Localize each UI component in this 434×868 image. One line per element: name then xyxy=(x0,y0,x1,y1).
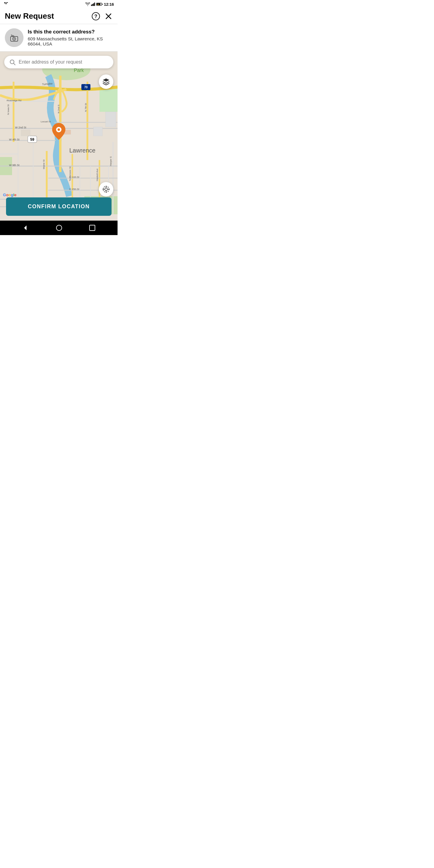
svg-rect-6 xyxy=(94,2,95,6)
map-layer-button[interactable] xyxy=(99,74,113,89)
svg-rect-2 xyxy=(7,2,8,3)
notification-icon xyxy=(4,2,8,7)
svg-text:Riverridge Rd: Riverridge Rd xyxy=(7,99,22,102)
my-location-button[interactable] xyxy=(99,182,113,196)
svg-text:?: ? xyxy=(94,14,97,19)
home-icon xyxy=(56,224,63,231)
svg-text:W 2nd St: W 2nd St xyxy=(15,126,27,129)
svg-text:W 9th St: W 9th St xyxy=(9,164,20,167)
svg-rect-65 xyxy=(90,225,95,230)
my-location-icon xyxy=(102,185,110,193)
status-icons: ⚡ xyxy=(85,2,103,6)
google-e: e xyxy=(14,193,17,197)
page-title: New Request xyxy=(5,11,54,21)
svg-rect-24 xyxy=(99,88,118,112)
google-g: G xyxy=(3,193,6,197)
svg-text:⚡: ⚡ xyxy=(97,3,99,6)
svg-rect-4 xyxy=(92,4,93,6)
svg-text:Park: Park xyxy=(74,68,84,73)
bottom-nav xyxy=(0,221,118,235)
google-logo: G o o g l e xyxy=(3,193,17,197)
address-search-input[interactable] xyxy=(19,59,108,65)
status-time: 12:16 xyxy=(104,2,114,7)
search-icon xyxy=(9,59,16,65)
recent-icon xyxy=(89,224,96,231)
header: New Request ? xyxy=(0,8,118,24)
back-icon xyxy=(22,224,29,231)
svg-text:W 4th St: W 4th St xyxy=(9,138,20,141)
svg-text:E 15th St: E 15th St xyxy=(69,188,80,190)
svg-text:70: 70 xyxy=(84,86,88,89)
svg-rect-5 xyxy=(93,3,94,6)
svg-text:Locust St: Locust St xyxy=(41,120,51,123)
svg-rect-3 xyxy=(91,4,92,6)
svg-text:Lawrence: Lawrence xyxy=(69,147,96,154)
wifi-icon xyxy=(85,2,90,6)
svg-text:Tennessee St: Tennessee St xyxy=(69,166,71,181)
status-bar: ⚡ 12:16 xyxy=(0,0,118,8)
address-card: + Is this the correct address? 609 Massa… xyxy=(0,24,118,52)
svg-marker-63 xyxy=(24,225,27,230)
svg-text:N 7th St: N 7th St xyxy=(84,103,87,112)
google-g2: g xyxy=(11,193,13,197)
svg-rect-0 xyxy=(4,2,5,3)
google-o2: o xyxy=(8,193,11,197)
address-value: 609 Massachusetts St, Lawrence, KS 66044… xyxy=(28,36,113,46)
svg-point-64 xyxy=(56,225,62,230)
svg-point-57 xyxy=(105,188,107,191)
svg-rect-52 xyxy=(93,127,102,136)
address-question: Is this the correct address? xyxy=(28,29,113,35)
svg-text:N 2nd S: N 2nd S xyxy=(57,104,60,113)
svg-line-54 xyxy=(13,63,15,65)
svg-text:Harper S: Harper S xyxy=(110,156,112,166)
header-actions: ? xyxy=(92,12,113,21)
svg-rect-49 xyxy=(21,130,30,136)
svg-text:Haskell Ave: Haskell Ave xyxy=(96,168,98,181)
help-icon: ? xyxy=(92,12,100,21)
close-icon xyxy=(105,13,112,20)
google-o1: o xyxy=(6,193,8,197)
map-pin xyxy=(52,123,65,141)
battery-icon: ⚡ xyxy=(96,2,103,6)
layers-icon xyxy=(102,78,110,86)
svg-text:59: 59 xyxy=(30,137,34,142)
svg-text:N Iowa St: N Iowa St xyxy=(7,104,10,115)
svg-point-18 xyxy=(13,38,15,39)
home-button[interactable] xyxy=(56,224,63,231)
map-container[interactable]: 59 70 I Turnpike N Iowa St Riverridge Rd… xyxy=(0,52,118,221)
camera-avatar[interactable]: + xyxy=(5,28,24,47)
recent-button[interactable] xyxy=(89,224,96,231)
back-button[interactable] xyxy=(22,224,29,231)
camera-add-icon: + xyxy=(9,33,19,42)
svg-text:Maine St: Maine St xyxy=(42,159,45,169)
help-button[interactable]: ? xyxy=(92,12,100,21)
search-bar-container[interactable] xyxy=(4,56,113,68)
svg-rect-1 xyxy=(6,2,7,4)
confirm-location-button[interactable]: CONFIRM LOCATION xyxy=(6,197,112,216)
svg-point-56 xyxy=(58,128,60,131)
signal-icon xyxy=(91,2,95,6)
status-bar-right: ⚡ 12:16 xyxy=(85,2,114,7)
svg-rect-8 xyxy=(102,4,102,5)
search-bar[interactable] xyxy=(4,56,113,68)
status-bar-left xyxy=(4,2,8,7)
address-text: Is this the correct address? 609 Massach… xyxy=(28,29,113,46)
close-button[interactable] xyxy=(104,12,113,21)
svg-rect-51 xyxy=(105,112,116,127)
